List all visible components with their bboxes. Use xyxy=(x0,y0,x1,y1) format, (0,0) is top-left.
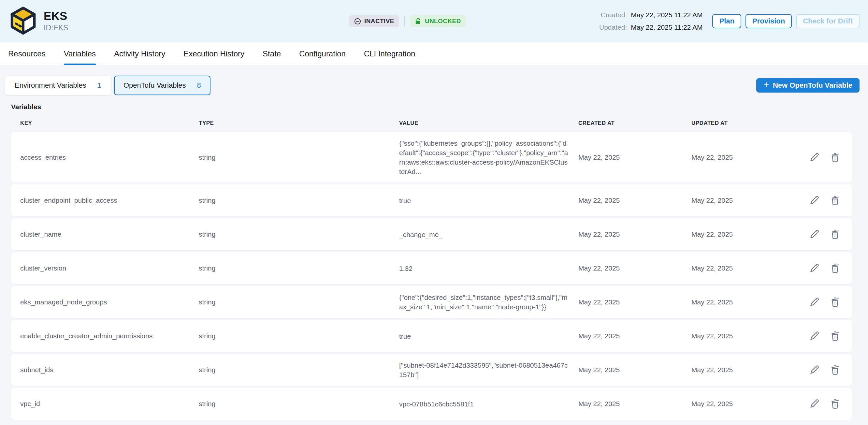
workspace-page: EKS ID:EKS INACTIVE UNLOCKED xyxy=(0,0,868,425)
variable-updated-at: May 22, 2025 xyxy=(691,196,788,204)
tab-execution-history[interactable]: Execution History xyxy=(183,42,244,65)
variable-key: enable_cluster_creator_admin_permissions xyxy=(20,332,199,340)
title-block: EKS ID:EKS xyxy=(44,10,68,33)
variables-section-label: Variables xyxy=(11,103,868,111)
delete-variable-button[interactable] xyxy=(830,263,841,274)
variable-key: access_entries xyxy=(20,153,199,161)
variable-updated-at: May 22, 2025 xyxy=(691,400,788,408)
opentofu-variables-count: 8 xyxy=(197,81,201,90)
delete-variable-button[interactable] xyxy=(830,229,841,240)
opentofu-variables-label: OpenTofu Variables xyxy=(123,81,186,90)
variable-value: {"one":{"desired_size":1,"instance_types… xyxy=(399,293,578,311)
edit-variable-button[interactable] xyxy=(809,331,820,341)
variables-table-header: KEY TYPE VALUE CREATED AT UPDATED AT xyxy=(11,111,852,132)
new-opentofu-variable-label: New OpenTofu Variable xyxy=(773,81,852,90)
tab-configuration[interactable]: Configuration xyxy=(299,42,346,65)
lock-badge: UNLOCKED xyxy=(410,15,466,27)
edit-variable-button[interactable] xyxy=(809,398,820,409)
pencil-icon xyxy=(809,297,820,308)
delete-variable-button[interactable] xyxy=(830,195,841,206)
tab-activity-history[interactable]: Activity History xyxy=(114,42,165,65)
created-value: May 22, 2025 11:22 AM xyxy=(631,11,703,19)
variable-type: string xyxy=(199,153,399,161)
variable-created-at: May 22, 2025 xyxy=(578,264,691,272)
variable-value: true xyxy=(399,331,578,341)
variable-created-at: May 22, 2025 xyxy=(578,153,691,161)
edit-variable-button[interactable] xyxy=(809,229,820,240)
variable-updated-at: May 22, 2025 xyxy=(691,153,788,161)
row-actions xyxy=(788,152,841,163)
plus-icon: + xyxy=(764,80,769,90)
table-row: enable_cluster_creator_admin_permissions… xyxy=(11,320,852,352)
environment-header: EKS ID:EKS INACTIVE UNLOCKED xyxy=(0,0,868,42)
variable-created-at: May 22, 2025 xyxy=(578,298,691,306)
pencil-icon xyxy=(809,364,820,375)
row-actions xyxy=(788,229,841,240)
variables-content: Environment Variables 1 OpenTofu Variabl… xyxy=(0,65,868,425)
terrakube-cube-logo xyxy=(8,6,38,36)
status-badge-label: INACTIVE xyxy=(364,18,394,25)
provision-button[interactable]: Provision xyxy=(745,14,792,28)
tab-state[interactable]: State xyxy=(262,42,281,65)
trash-icon xyxy=(830,152,841,163)
environment-id: ID:EKS xyxy=(44,24,68,32)
status-badges: INACTIVE UNLOCKED xyxy=(349,0,466,42)
row-actions xyxy=(788,364,841,375)
variable-value: true xyxy=(399,196,578,205)
tab-environment-variables[interactable]: Environment Variables 1 xyxy=(5,75,111,95)
header-right: Created: May 22, 2025 11:22 AM Updated: … xyxy=(599,11,860,31)
page-title: EKS xyxy=(44,10,68,22)
table-row: subnet_idsstring["subnet-08f14e7142d3335… xyxy=(11,354,852,386)
edit-variable-button[interactable] xyxy=(809,152,820,163)
pencil-icon xyxy=(809,195,820,206)
row-actions xyxy=(788,331,841,341)
delete-variable-button[interactable] xyxy=(830,297,841,308)
table-row: eks_managed_node_groupsstring{"one":{"de… xyxy=(11,286,852,318)
table-row: vpc_idstringvpc-078b51c6cbc5581f1May 22,… xyxy=(11,388,852,420)
variable-key: vpc_id xyxy=(20,400,199,408)
variable-created-at: May 22, 2025 xyxy=(578,231,691,238)
created-label: Created: xyxy=(599,11,627,19)
environment-variables-label: Environment Variables xyxy=(15,81,86,90)
new-opentofu-variable-button[interactable]: + New OpenTofu Variable xyxy=(756,78,860,93)
tab-variables[interactable]: Variables xyxy=(64,42,96,65)
variable-updated-at: May 22, 2025 xyxy=(691,231,788,238)
variable-value: ["subnet-08f14e7142d333595","subnet-0680… xyxy=(399,361,578,380)
lock-badge-label: UNLOCKED xyxy=(425,18,461,25)
tab-opentofu-variables[interactable]: OpenTofu Variables 8 xyxy=(114,75,211,95)
plan-button[interactable]: Plan xyxy=(712,14,741,28)
edit-variable-button[interactable] xyxy=(809,364,820,375)
row-actions xyxy=(788,263,841,274)
variable-created-at: May 22, 2025 xyxy=(578,366,691,374)
variable-key: subnet_ids xyxy=(20,366,199,374)
variable-type: string xyxy=(199,400,399,408)
column-header-value: VALUE xyxy=(399,120,578,126)
delete-variable-button[interactable] xyxy=(830,398,841,409)
variable-key: cluster_version xyxy=(20,264,199,272)
tab-cli-integration[interactable]: CLI Integration xyxy=(364,42,415,65)
variable-type: string xyxy=(199,332,399,340)
column-header-updated-at: UPDATED AT xyxy=(691,120,788,126)
table-row: cluster_endpoint_public_accessstringtrue… xyxy=(11,184,852,216)
column-header-created-at: CREATED AT xyxy=(578,120,691,126)
variable-key: cluster_endpoint_public_access xyxy=(20,196,199,204)
variable-value: 1.32 xyxy=(399,264,578,273)
column-header-type: TYPE xyxy=(199,120,399,126)
environment-variables-count: 1 xyxy=(97,81,101,90)
tab-resources[interactable]: Resources xyxy=(8,42,45,65)
variable-value: _change_me_ xyxy=(399,230,578,239)
edit-variable-button[interactable] xyxy=(809,263,820,274)
trash-icon xyxy=(830,195,841,206)
delete-variable-button[interactable] xyxy=(830,331,841,341)
variable-type: string xyxy=(199,366,399,374)
variable-created-at: May 22, 2025 xyxy=(578,400,691,408)
edit-variable-button[interactable] xyxy=(809,297,820,308)
created-updated-meta: Created: May 22, 2025 11:22 AM Updated: … xyxy=(599,11,703,31)
delete-variable-button[interactable] xyxy=(830,364,841,375)
check-for-drift-button[interactable]: Check for Drift xyxy=(796,14,860,28)
variable-type: string xyxy=(199,196,399,204)
edit-variable-button[interactable] xyxy=(809,195,820,206)
header-actions: Plan Provision Check for Drift xyxy=(712,14,860,28)
trash-icon xyxy=(830,263,841,274)
delete-variable-button[interactable] xyxy=(830,152,841,163)
